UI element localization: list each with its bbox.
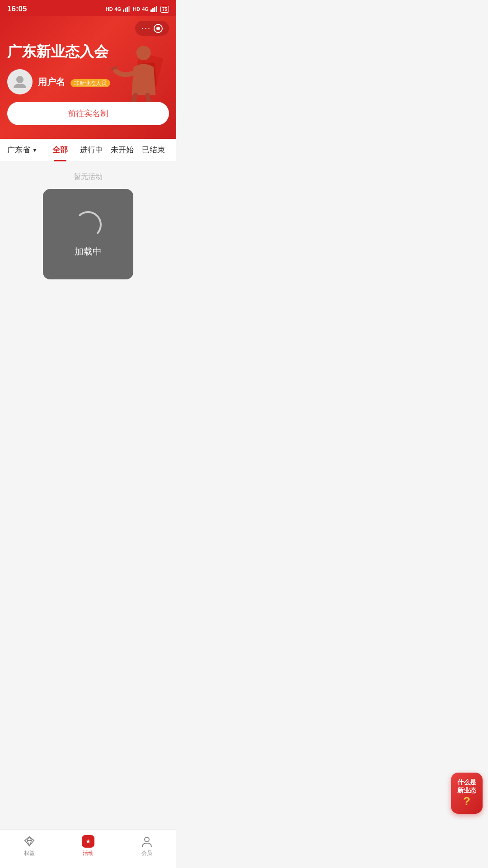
svg-point-14 — [145, 837, 149, 842]
avatar-icon — [12, 74, 28, 90]
status-time: 16:05 — [7, 5, 27, 14]
record-button[interactable]: ··· — [135, 21, 169, 36]
loading-text: 加载中 — [75, 245, 102, 258]
svg-rect-2 — [127, 7, 128, 12]
svg-rect-7 — [156, 6, 157, 12]
svg-rect-6 — [154, 7, 155, 12]
empty-text: 暂无活动 — [74, 172, 103, 182]
province-selector[interactable]: 广东省 ▼ — [7, 145, 45, 155]
filter-bar: 广东省 ▼ 全部 进行中 未开始 已结束 — [0, 139, 176, 161]
signal-bars-2 — [150, 6, 159, 12]
status-bar: 16:05 HD 4G HD 4G 75 — [0, 0, 176, 16]
hd-label-2: HD — [133, 6, 140, 12]
svg-rect-0 — [123, 9, 124, 12]
nav-item-quanyi[interactable]: 权益 — [14, 833, 45, 859]
svg-rect-1 — [125, 8, 126, 12]
tab-not-started[interactable]: 未开始 — [107, 138, 138, 161]
record-inner-icon — [156, 27, 160, 30]
avatar — [7, 69, 33, 94]
nav-label-huiyuan: 会员 — [141, 849, 152, 857]
header-banner: ··· 广东新业态入会 — [0, 16, 176, 139]
bottom-nav: 权益 活动 会员 — [0, 829, 176, 868]
user-name: 用户名 — [38, 77, 65, 87]
record-circle-icon — [154, 24, 163, 33]
status-icons: HD 4G HD 4G 75 — [106, 6, 169, 13]
signal-4g-1: 4G — [115, 6, 122, 12]
svg-point-10 — [136, 46, 151, 60]
tab-ended[interactable]: 已结束 — [138, 138, 169, 161]
realname-button[interactable]: 前往实名制 — [7, 102, 169, 125]
user-icon — [141, 835, 153, 848]
diamond-icon — [23, 835, 36, 848]
tab-all[interactable]: 全部 — [45, 138, 76, 161]
spinner-icon — [75, 211, 102, 238]
user-badge: 非新业态人员 — [70, 79, 110, 87]
nav-label-quanyi: 权益 — [24, 849, 35, 857]
signal-4g-2: 4G — [142, 6, 149, 12]
nav-label-huodong: 活动 — [83, 849, 94, 857]
svg-point-12 — [16, 76, 23, 83]
svg-rect-4 — [150, 9, 152, 12]
loading-overlay: 加载中 — [43, 189, 133, 279]
signal-bars-1 — [123, 6, 131, 12]
dots-icon: ··· — [141, 24, 151, 33]
svg-rect-5 — [152, 8, 154, 12]
province-label: 广东省 — [7, 145, 30, 155]
user-info: 用户名 非新业态人员 — [38, 76, 110, 88]
nav-item-huodong[interactable]: 活动 — [73, 833, 103, 859]
tab-ongoing[interactable]: 进行中 — [76, 138, 107, 161]
battery-indicator: 75 — [160, 6, 169, 13]
header-top-row: ··· — [7, 21, 169, 36]
content-area: 暂无活动 加载中 — [0, 161, 176, 433]
chevron-down-icon: ▼ — [32, 147, 38, 153]
svg-rect-3 — [128, 6, 130, 12]
nav-item-huiyuan[interactable]: 会员 — [131, 833, 162, 859]
star-icon — [82, 835, 94, 848]
user-info-row: 用户名 非新业态人员 — [7, 69, 169, 94]
hd-label-1: HD — [106, 6, 113, 12]
